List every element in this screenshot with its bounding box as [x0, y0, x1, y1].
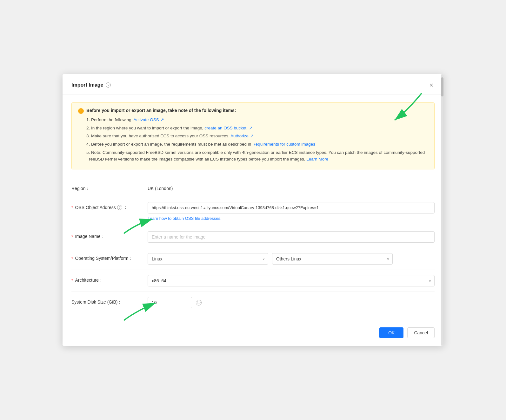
- list-item: In the region where you want to import o…: [86, 125, 428, 132]
- os-primary-wrapper: Linux Windows ∨: [148, 253, 268, 265]
- notice-title: Before you import or export an image, ta…: [86, 108, 236, 113]
- os-secondary-wrapper: Others Linux Ubuntu CentOS Debian ∨: [272, 253, 393, 265]
- list-item: Before you import or export an image, th…: [86, 141, 428, 148]
- dialog-header: Import Image ? ×: [63, 74, 443, 95]
- region-value: UK (London): [148, 183, 435, 191]
- arch-select[interactable]: x86_64 arm64: [148, 275, 435, 286]
- oss-row: * OSS Object Address ? ： Learn how to ob…: [71, 197, 435, 226]
- arch-required-star: *: [71, 278, 73, 283]
- dialog-title: Import Image: [71, 82, 103, 88]
- oss-control: Learn how to obtain OSS file addresses.: [148, 202, 435, 221]
- notice-box: ! Before you import or export an image, …: [71, 102, 435, 169]
- scrollbar-thumb[interactable]: [441, 77, 443, 96]
- arch-label: * Architecture：: [71, 275, 148, 283]
- os-label-text: Operating System/Platform：: [75, 256, 133, 261]
- arch-row: * Architecture： x86_64 arm64 ∨: [71, 270, 435, 292]
- dialog-help-icon[interactable]: ?: [106, 82, 111, 88]
- form-section: Region： UK (London) * OSS Object Address…: [71, 178, 435, 313]
- oss-help-icon[interactable]: ?: [117, 205, 122, 210]
- cancel-button[interactable]: Cancel: [407, 327, 435, 338]
- dialog-body: ! Before you import or export an image, …: [63, 95, 443, 322]
- notice-header: ! Before you import or export an image, …: [78, 108, 428, 114]
- disk-label-text: System Disk Size (GiB)：: [71, 299, 122, 305]
- image-name-control: [148, 231, 435, 243]
- dialog-footer: OK Cancel: [63, 322, 443, 346]
- oss-colon: ：: [123, 205, 128, 210]
- scrollbar[interactable]: [441, 74, 443, 346]
- warning-icon: !: [78, 108, 84, 114]
- oss-input[interactable]: [148, 202, 435, 213]
- oss-label-text: OSS Object Address: [75, 205, 116, 210]
- list-item: Perform the following: Activate OSS ↗: [86, 116, 428, 123]
- oss-help-link[interactable]: Learn how to obtain OSS file addresses.: [148, 216, 435, 221]
- requirements-link[interactable]: Requirements for custom images: [252, 142, 315, 147]
- os-required-star: *: [71, 256, 73, 261]
- activate-oss-link[interactable]: Activate OSS ↗: [134, 117, 164, 122]
- region-label: Region：: [71, 183, 148, 192]
- os-label: * Operating System/Platform：: [71, 253, 148, 261]
- learn-more-link[interactable]: Learn More: [306, 157, 328, 161]
- os-control: Linux Windows ∨ Others Linux Ubuntu Cent…: [148, 253, 435, 265]
- list-item: Make sure that you have authorized ECS t…: [86, 133, 428, 140]
- notice-item-3-text: Make sure that you have authorized ECS t…: [91, 134, 230, 138]
- arch-wrapper: x86_64 arm64 ∨: [148, 275, 435, 286]
- create-oss-bucket-link[interactable]: create an OSS bucket. ↗: [204, 126, 253, 130]
- notice-item-4-text: Before you import or export an image, th…: [91, 142, 252, 147]
- notice-item-2-text: In the region where you want to import o…: [91, 126, 204, 130]
- disk-info-icon[interactable]: ⓘ: [196, 300, 202, 305]
- disk-label: System Disk Size (GiB)：: [71, 297, 148, 305]
- image-name-row: * Image Name：: [71, 226, 435, 248]
- disk-control: ⓘ: [148, 297, 435, 308]
- os-selects: Linux Windows ∨ Others Linux Ubuntu Cent…: [148, 253, 435, 265]
- os-secondary-select[interactable]: Others Linux Ubuntu CentOS Debian: [272, 253, 393, 265]
- authorize-link[interactable]: Authorize ↗: [230, 134, 254, 138]
- image-name-label-text: Image Name：: [75, 234, 105, 240]
- os-row: * Operating System/Platform： Linux Windo…: [71, 248, 435, 270]
- arch-control: x86_64 arm64 ∨: [148, 275, 435, 286]
- list-item: Note: Community-supported FreeBSD kernel…: [86, 149, 428, 163]
- close-button[interactable]: ×: [428, 81, 435, 89]
- notice-item-5-text: Note: Community-supported FreeBSD kernel…: [86, 150, 425, 162]
- region-row: Region： UK (London): [71, 178, 435, 197]
- import-image-dialog: Import Image ? × ! Before you import or …: [63, 74, 443, 346]
- notice-item-1-text: Perform the following:: [91, 117, 134, 122]
- ok-button[interactable]: OK: [379, 327, 403, 338]
- notice-list: Perform the following: Activate OSS ↗ In…: [78, 116, 428, 163]
- oss-required-star: *: [71, 205, 73, 210]
- image-name-input[interactable]: [148, 231, 435, 243]
- image-name-required-star: *: [71, 234, 73, 239]
- os-primary-select[interactable]: Linux Windows: [148, 253, 268, 265]
- disk-size-input[interactable]: [148, 297, 192, 308]
- oss-label: * OSS Object Address ? ：: [71, 202, 148, 210]
- arch-label-text: Architecture：: [75, 278, 103, 283]
- dialog-title-area: Import Image ?: [71, 82, 111, 88]
- disk-row: System Disk Size (GiB)： ⓘ: [71, 292, 435, 313]
- disk-row-control: ⓘ: [148, 297, 435, 308]
- image-name-label: * Image Name：: [71, 231, 148, 240]
